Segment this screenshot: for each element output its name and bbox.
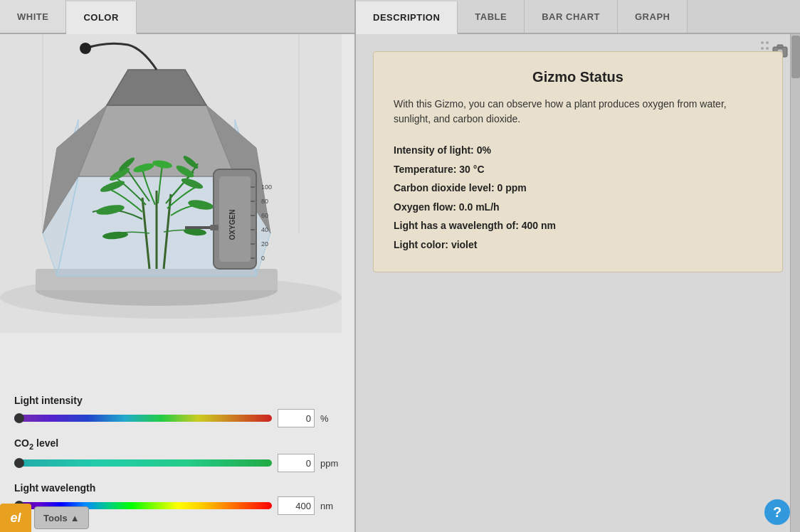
svg-text:40: 40	[261, 226, 268, 233]
co2-slider-row: ppm	[14, 454, 342, 472]
main-layout: 30.0 Temperature (°C)	[0, 34, 800, 532]
tab-color[interactable]: COLOR	[66, 1, 136, 34]
field-label-2: Carbon dioxide level:	[394, 182, 495, 193]
scene-illustration: OXYGEN 100 80 60 40 20 0	[0, 34, 342, 333]
svg-text:OXYGEN: OXYGEN	[228, 210, 236, 240]
light-intensity-input[interactable]	[278, 409, 315, 427]
tools-bar: el Tools ▲	[0, 504, 89, 532]
light-intensity-control: Light intensity %	[14, 395, 342, 427]
co2-control: CO2 level ppm	[14, 437, 342, 472]
status-field-0: Intensity of light: 0%	[394, 141, 762, 160]
tools-arrow-icon: ▲	[70, 513, 80, 523]
field-label-0: Intensity of light:	[394, 144, 474, 156]
wavelength-unit: nm	[320, 501, 342, 511]
field-label-3: Oxygen flow:	[394, 201, 456, 213]
field-label-4: Light has a wavelength of:	[394, 220, 519, 231]
left-tabs: WHITE COLOR	[0, 0, 356, 33]
scrollbar-thumb[interactable]	[791, 36, 800, 78]
svg-text:0: 0	[261, 255, 265, 262]
field-value-3: 0.0 mL/h	[459, 201, 500, 213]
right-tabs: DESCRIPTION TABLE BAR CHART GRAPH	[356, 0, 800, 33]
right-content: Gizmo Status With this Gizmo, you can ob…	[356, 34, 800, 532]
tab-white[interactable]: WHITE	[0, 0, 66, 33]
status-title: Gizmo Status	[394, 69, 762, 85]
svg-text:80: 80	[261, 198, 268, 205]
svg-rect-44	[210, 225, 219, 230]
status-field-1: Temperature: 30 °C	[394, 160, 762, 179]
svg-text:60: 60	[261, 212, 268, 219]
tools-label: Tools	[43, 513, 68, 523]
tab-bar: WHITE COLOR DESCRIPTION TABLE BAR CHART …	[0, 0, 800, 34]
field-value-0: 0%	[477, 144, 491, 156]
co2-label: CO2 level	[14, 437, 342, 451]
field-label-1: Temperature:	[394, 164, 456, 175]
field-value-2: 0 ppm	[497, 182, 526, 193]
svg-text:20: 20	[261, 240, 268, 248]
status-field-3: Oxygen flow: 0.0 mL/h	[394, 198, 762, 217]
light-intensity-track[interactable]	[14, 415, 272, 422]
right-panel: Gizmo Status With this Gizmo, you can ob…	[356, 34, 800, 532]
status-field-5: Light color: violet	[394, 235, 762, 255]
light-intensity-thumb[interactable]	[14, 413, 24, 423]
field-value-5: violet	[451, 239, 478, 250]
co2-input[interactable]	[278, 454, 315, 472]
svg-point-13	[80, 43, 91, 54]
field-value-1: 30 °C	[459, 164, 484, 175]
light-intensity-slider-row: %	[14, 409, 342, 427]
right-scrollbar[interactable]	[790, 34, 800, 532]
light-intensity-label: Light intensity	[14, 395, 342, 406]
tab-graph[interactable]: GRAPH	[618, 0, 688, 33]
wavelength-input[interactable]	[278, 496, 315, 515]
tab-description[interactable]: DESCRIPTION	[356, 1, 458, 34]
svg-rect-49	[777, 45, 783, 48]
status-field-4: Light has a wavelength of: 400 nm	[394, 216, 762, 235]
tab-table[interactable]: TABLE	[458, 0, 525, 33]
co2-unit: ppm	[320, 458, 342, 469]
status-data: Intensity of light: 0% Temperature: 30 °…	[394, 141, 762, 255]
status-field-2: Carbon dioxide level: 0 ppm	[394, 179, 762, 198]
left-panel: 30.0 Temperature (°C)	[0, 34, 356, 532]
status-card: Gizmo Status With this Gizmo, you can ob…	[373, 51, 783, 272]
light-intensity-unit: %	[320, 413, 342, 424]
field-label-5: Light color:	[394, 239, 448, 250]
el-logo: el	[0, 504, 31, 532]
co2-track[interactable]	[14, 459, 272, 467]
wavelength-label: Light wavelength	[14, 482, 342, 494]
help-button[interactable]: ?	[764, 499, 790, 525]
tools-button[interactable]: Tools ▲	[34, 506, 89, 529]
svg-text:100: 100	[261, 183, 272, 191]
tab-barchart[interactable]: BAR CHART	[525, 0, 618, 33]
status-intro: With this Gizmo, you can observe how a p…	[394, 97, 762, 127]
field-value-4: 400 nm	[522, 220, 556, 231]
co2-thumb[interactable]	[14, 458, 24, 468]
